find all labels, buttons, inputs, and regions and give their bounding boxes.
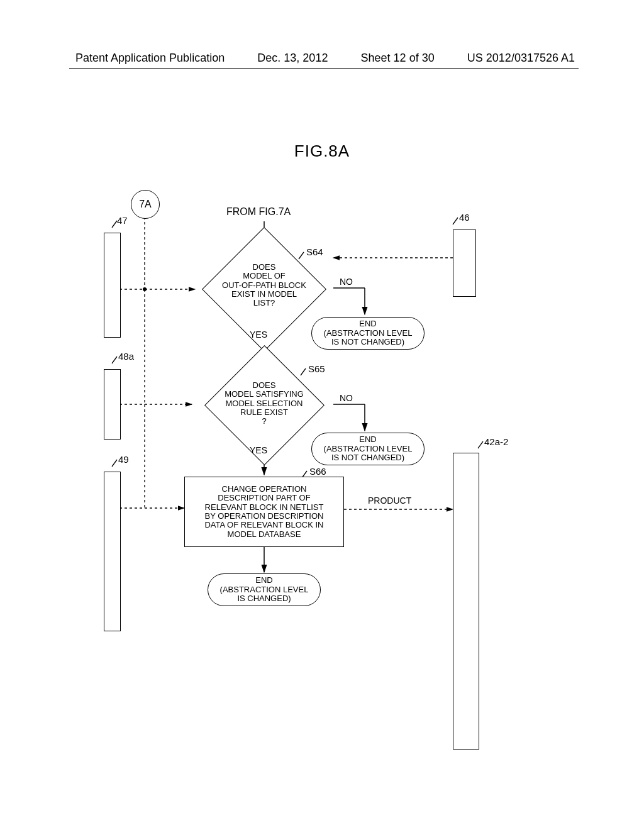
page-header: Patent Application Publication Dec. 13, …	[0, 52, 644, 65]
step-s64: S64	[306, 246, 323, 257]
sidebox-47	[104, 233, 121, 338]
sidebox-48a	[104, 369, 121, 440]
ref-48a: 48a	[118, 351, 134, 362]
figure-title: FIG.8A	[0, 141, 644, 161]
header-pubno: US 2012/0317526 A1	[467, 52, 575, 65]
svg-line-18	[112, 221, 117, 228]
ref-49: 49	[118, 454, 129, 465]
terminal-end-yes: END (ABSTRACTION LEVEL IS CHANGED)	[208, 573, 321, 606]
ref-42a2: 42a-2	[484, 436, 508, 447]
sidebox-46	[453, 230, 476, 297]
s66-product: PRODUCT	[368, 495, 411, 506]
header-date: Dec. 13, 2012	[257, 52, 328, 65]
s64-yes: YES	[250, 329, 267, 340]
svg-line-20	[112, 460, 117, 467]
header-rule	[69, 68, 579, 69]
svg-line-23	[299, 252, 304, 259]
header-sheet: Sheet 12 of 30	[361, 52, 435, 65]
s64-no: NO	[340, 277, 353, 287]
sidebox-49	[104, 472, 121, 631]
terminal-end-no2: END (ABSTRACTION LEVEL IS NOT CHANGED)	[311, 433, 425, 465]
svg-line-22	[478, 441, 483, 448]
connector-label: 7A	[139, 199, 152, 210]
step-s65: S65	[308, 363, 325, 374]
offpage-connector-7a: 7A	[131, 190, 160, 219]
header-left: Patent Application Publication	[75, 52, 225, 65]
step-s66: S66	[309, 466, 326, 477]
sidebox-42a2	[453, 453, 479, 750]
ref-46: 46	[459, 212, 470, 223]
process-s66: CHANGE OPERATION DESCRIPTION PART OF REL…	[184, 477, 344, 547]
ref-47: 47	[117, 215, 128, 226]
svg-line-19	[112, 357, 117, 363]
flowchart: 7A FROM FIG.7A 47 48a 49 46 42a-2 DOES M…	[0, 195, 644, 761]
s65-yes: YES	[250, 445, 267, 455]
svg-line-24	[301, 368, 306, 375]
s65-no: NO	[340, 393, 353, 403]
svg-line-21	[453, 218, 458, 224]
terminal-end-no1: END (ABSTRACTION LEVEL IS NOT CHANGED)	[311, 317, 425, 350]
from-label: FROM FIG.7A	[226, 206, 291, 218]
